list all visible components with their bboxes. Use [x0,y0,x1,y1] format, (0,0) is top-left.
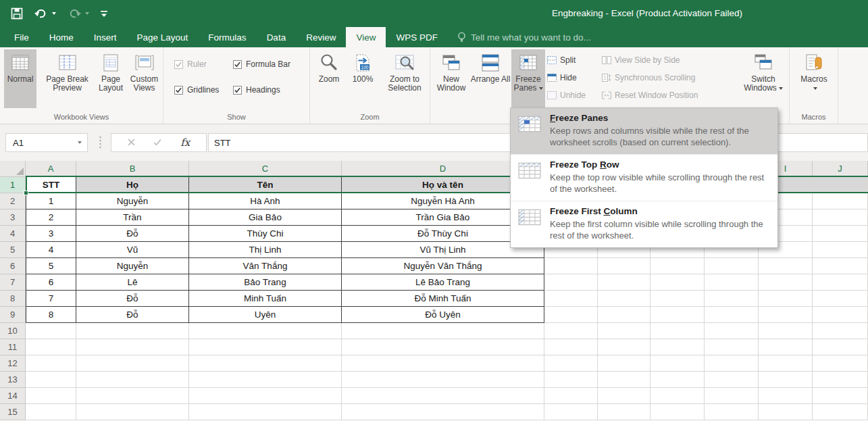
row-header-9[interactable]: 9 [0,307,26,323]
row-header-4[interactable]: 4 [0,226,26,242]
cell-C5[interactable]: Thị Linh [189,242,342,258]
cell-H15[interactable] [705,404,759,420]
cell-B15[interactable] [76,404,189,420]
cell-C4[interactable]: Thùy Chi [189,226,342,242]
cell-G9[interactable] [650,307,705,323]
cell-B5[interactable]: Vũ [76,242,189,258]
cell-F12[interactable] [598,355,650,372]
cell-B14[interactable] [76,388,189,404]
undo-button[interactable] [34,8,56,19]
cell-E13[interactable] [544,372,598,388]
cell-A2[interactable]: 1 [26,193,76,209]
headings-checkbox[interactable]: Headings [233,85,280,95]
cell-J7[interactable] [813,274,868,291]
cell-I13[interactable] [759,372,813,388]
cell-I6[interactable] [759,258,813,274]
cell-C12[interactable] [189,355,342,372]
cell-B3[interactable]: Trần [76,209,189,226]
cell-I8[interactable] [759,291,813,307]
cell-J6[interactable] [813,258,868,274]
name-box[interactable]: A1 [5,133,88,152]
cell-A7[interactable]: 6 [26,274,76,291]
cell-J8[interactable] [813,291,868,307]
cell-H9[interactable] [705,307,759,323]
cell-A14[interactable] [26,388,76,404]
cell-G14[interactable] [650,388,705,404]
cell-I11[interactable] [759,339,813,355]
cell-F7[interactable] [598,274,650,291]
cell-I12[interactable] [759,355,813,372]
cell-H6[interactable] [705,258,759,274]
cell-J13[interactable] [813,372,868,388]
cell-G15[interactable] [650,404,705,420]
hide-button[interactable]: Hide [546,69,599,86]
tab-view[interactable]: View [346,27,386,47]
cancel-button[interactable] [128,137,135,149]
cell-E15[interactable] [544,404,598,420]
cell-D12[interactable] [342,355,544,372]
cell-H13[interactable] [705,372,759,388]
cell-G12[interactable] [650,355,705,372]
cell-B13[interactable] [76,372,189,388]
menu-item-freeze-panes[interactable]: Freeze Panes Keep rows and columns visib… [511,108,777,154]
cell-B7[interactable]: Lê [76,274,189,291]
cell-F11[interactable] [598,339,650,355]
synchronous-scrolling-button[interactable]: Synchronous Scrolling [601,69,736,86]
cell-C8[interactable]: Minh Tuấn [189,291,342,307]
cell-B12[interactable] [76,355,189,372]
customize-quick-access-button[interactable] [100,9,108,18]
reset-window-position-button[interactable]: Reset Window Position [601,86,736,104]
tab-data[interactable]: Data [257,27,297,47]
cell-A11[interactable] [26,339,76,355]
cell-G11[interactable] [650,339,705,355]
column-header-A[interactable]: A [26,161,76,177]
cell-F15[interactable] [598,404,650,420]
cell-A1[interactable]: STT [26,177,76,193]
cell-B8[interactable]: Đỗ [76,291,189,307]
cell-F14[interactable] [598,388,650,404]
tell-me-box[interactable]: Tell me what you want to do... [457,27,591,47]
cell-H11[interactable] [705,339,759,355]
cell-G7[interactable] [650,274,705,291]
column-header-J[interactable]: J [813,161,868,177]
enter-button[interactable] [153,137,161,149]
column-header-C[interactable]: C [189,161,342,177]
menu-item-freeze-top-row[interactable]: Freeze Top Row Keep the top row visible … [511,154,777,201]
switch-windows-button[interactable]: Switch Windows [740,49,787,108]
cell-J3[interactable] [813,209,868,226]
cell-I10[interactable] [759,323,813,339]
cell-C11[interactable] [189,339,342,355]
cell-C15[interactable] [189,404,342,420]
cell-F13[interactable] [598,372,650,388]
cell-F9[interactable] [598,307,650,323]
cell-J15[interactable] [813,404,868,420]
cell-J11[interactable] [813,339,868,355]
cell-C6[interactable]: Văn Thắng [189,258,342,274]
cell-G13[interactable] [650,372,705,388]
cell-A4[interactable]: 3 [26,226,76,242]
cell-D8[interactable]: Đỗ Minh Tuấn [342,291,544,307]
row-header-13[interactable]: 13 [0,372,26,388]
row-header-14[interactable]: 14 [0,388,26,404]
column-header-B[interactable]: B [76,161,189,177]
cell-C1[interactable]: Tên [189,177,342,193]
row-header-8[interactable]: 8 [0,291,26,307]
select-all-corner[interactable] [0,161,26,177]
cell-B9[interactable]: Đỗ [76,307,189,323]
cell-C13[interactable] [189,372,342,388]
row-header-7[interactable]: 7 [0,274,26,291]
cell-I15[interactable] [759,404,813,420]
cell-E10[interactable] [544,323,598,339]
split-button[interactable]: Split [546,51,599,69]
zoom-button[interactable]: Zoom [313,49,345,108]
macros-button[interactable]: Macros [796,49,832,108]
cell-A10[interactable] [26,323,76,339]
menu-item-freeze-first-column[interactable]: Freeze First Column Keep the first colum… [511,201,777,247]
arrange-all-button[interactable]: Arrange All [469,49,511,108]
cell-C9[interactable]: Uyên [189,307,342,323]
cell-C14[interactable] [189,388,342,404]
gridlines-checkbox[interactable]: Gridlines [174,85,219,95]
row-header-11[interactable]: 11 [0,339,26,355]
zoom-to-selection-button[interactable]: Zoom to Selection [380,49,429,108]
cell-D9[interactable]: Đỗ Uyên [342,307,544,323]
